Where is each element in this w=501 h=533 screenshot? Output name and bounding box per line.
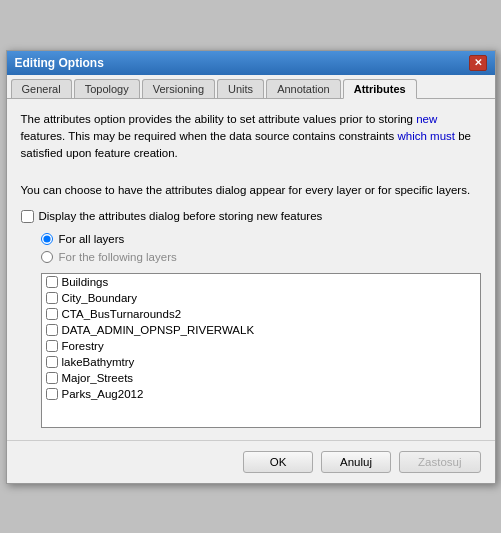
radio-for-following-layers-label: For the following layers bbox=[59, 251, 177, 263]
radio-for-all-layers[interactable] bbox=[41, 233, 53, 245]
highlight-new: new bbox=[416, 113, 437, 125]
tabs-bar: General Topology Versioning Units Annota… bbox=[7, 75, 495, 99]
layer-name: lakeBathymtry bbox=[62, 356, 135, 368]
layer-name: Parks_Aug2012 bbox=[62, 388, 144, 400]
editing-options-window: Editing Options ✕ General Topology Versi… bbox=[6, 50, 496, 484]
layer-name: City_Boundary bbox=[62, 292, 137, 304]
layer-name: Buildings bbox=[62, 276, 109, 288]
tab-units[interactable]: Units bbox=[217, 79, 264, 98]
title-bar-buttons: ✕ bbox=[469, 55, 487, 71]
list-item[interactable]: DATA_ADMIN_OPNSP_RIVERWALK bbox=[42, 322, 480, 338]
close-icon: ✕ bbox=[474, 57, 482, 68]
display-attributes-checkbox[interactable] bbox=[21, 210, 34, 223]
tab-attributes[interactable]: Attributes bbox=[343, 79, 417, 99]
highlight-which: which must bbox=[397, 130, 455, 142]
cancel-button[interactable]: Anuluj bbox=[321, 451, 391, 473]
ok-button[interactable]: OK bbox=[243, 451, 313, 473]
title-bar: Editing Options ✕ bbox=[7, 51, 495, 75]
info-paragraph-2: You can choose to have the attributes di… bbox=[21, 182, 481, 199]
layer-checkbox-3[interactable] bbox=[46, 324, 58, 336]
info-paragraph-1: The attributes option provides the abili… bbox=[21, 111, 481, 163]
radio-for-all-layers-row: For all layers bbox=[41, 233, 481, 245]
radio-for-all-layers-label: For all layers bbox=[59, 233, 125, 245]
list-item[interactable]: City_Boundary bbox=[42, 290, 480, 306]
radio-group: For all layers For the following layers bbox=[21, 233, 481, 263]
radio-for-following-layers[interactable] bbox=[41, 251, 53, 263]
layers-list[interactable]: BuildingsCity_BoundaryCTA_BusTurnarounds… bbox=[41, 273, 481, 428]
tab-content: The attributes option provides the abili… bbox=[7, 99, 495, 440]
list-item[interactable]: Major_Streets bbox=[42, 370, 480, 386]
display-checkbox-row: Display the attributes dialog before sto… bbox=[21, 210, 481, 223]
list-item[interactable]: Forestry bbox=[42, 338, 480, 354]
apply-button[interactable]: Zastosuj bbox=[399, 451, 480, 473]
layer-name: DATA_ADMIN_OPNSP_RIVERWALK bbox=[62, 324, 255, 336]
layer-checkbox-4[interactable] bbox=[46, 340, 58, 352]
list-item[interactable]: Parks_Aug2012 bbox=[42, 386, 480, 402]
list-item[interactable]: Buildings bbox=[42, 274, 480, 290]
layer-name: Forestry bbox=[62, 340, 104, 352]
footer: OK Anuluj Zastosuj bbox=[7, 440, 495, 483]
window-title: Editing Options bbox=[15, 56, 104, 70]
list-item[interactable]: lakeBathymtry bbox=[42, 354, 480, 370]
tab-versioning[interactable]: Versioning bbox=[142, 79, 215, 98]
tab-topology[interactable]: Topology bbox=[74, 79, 140, 98]
tab-general[interactable]: General bbox=[11, 79, 72, 98]
tab-annotation[interactable]: Annotation bbox=[266, 79, 341, 98]
layer-checkbox-0[interactable] bbox=[46, 276, 58, 288]
layer-name: CTA_BusTurnarounds2 bbox=[62, 308, 182, 320]
list-item[interactable]: CTA_BusTurnarounds2 bbox=[42, 306, 480, 322]
close-button[interactable]: ✕ bbox=[469, 55, 487, 71]
display-attributes-label: Display the attributes dialog before sto… bbox=[39, 210, 323, 222]
layer-checkbox-7[interactable] bbox=[46, 388, 58, 400]
layer-name: Major_Streets bbox=[62, 372, 134, 384]
layer-checkbox-2[interactable] bbox=[46, 308, 58, 320]
layer-checkbox-1[interactable] bbox=[46, 292, 58, 304]
radio-for-following-layers-row: For the following layers bbox=[41, 251, 481, 263]
layer-checkbox-5[interactable] bbox=[46, 356, 58, 368]
layer-checkbox-6[interactable] bbox=[46, 372, 58, 384]
